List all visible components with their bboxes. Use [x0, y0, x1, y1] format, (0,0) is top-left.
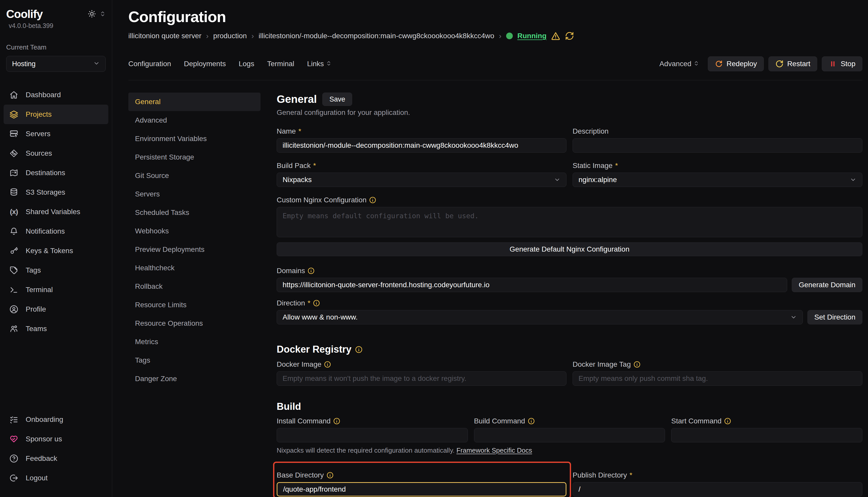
tab-configuration[interactable]: Configuration	[128, 60, 171, 68]
sidebar-item-sponsor-us[interactable]: Sponsor us	[4, 429, 108, 449]
tag-icon	[9, 266, 19, 275]
sidebar-item-dashboard[interactable]: Dashboard	[4, 85, 108, 105]
description-label: Description	[573, 127, 608, 136]
chevrons-up-down-icon	[693, 60, 699, 68]
subnav-general[interactable]: General	[128, 93, 261, 111]
chevrons-up-down-icon	[326, 60, 332, 68]
base-directory-label: Base Directory	[277, 471, 324, 479]
subnav-scheduled-tasks[interactable]: Scheduled Tasks	[128, 203, 261, 222]
theme-toggle-sun-icon[interactable]	[88, 10, 96, 18]
generate-nginx-config-button[interactable]: Generate Default Nginx Configuration	[277, 242, 862, 256]
subnav-git-source[interactable]: Git Source	[128, 167, 261, 185]
sidebar-item-shared-variables[interactable]: (x) Shared Variables	[4, 202, 108, 222]
pause-icon	[829, 60, 837, 68]
sidebar-item-tags[interactable]: Tags	[4, 260, 108, 280]
name-input[interactable]	[277, 138, 566, 153]
sidebar-item-teams[interactable]: Teams	[4, 319, 108, 339]
tab-terminal[interactable]: Terminal	[267, 60, 294, 68]
static-image-select[interactable]: nginx:alpine	[573, 173, 862, 187]
users-icon	[9, 324, 19, 333]
docker-image-tag-input[interactable]	[573, 371, 862, 386]
tab-links[interactable]: Links	[307, 60, 332, 68]
general-form: General Save General configuration for y…	[277, 93, 862, 497]
stop-button[interactable]: Stop	[822, 56, 862, 71]
page-title: Configuration	[128, 8, 862, 26]
map-icon	[9, 169, 19, 177]
sidebar-item-servers[interactable]: Servers	[4, 124, 108, 144]
build-command-label: Build Command	[474, 417, 525, 425]
main-area: Configuration illicitonion quote server …	[112, 0, 868, 497]
breadcrumb-separator: ›	[251, 31, 254, 40]
breadcrumb-project[interactable]: illicitonion quote server	[128, 32, 202, 40]
info-icon	[333, 417, 340, 425]
tab-deployments[interactable]: Deployments	[184, 60, 226, 68]
subnav-resource-limits[interactable]: Resource Limits	[128, 296, 261, 314]
info-icon	[324, 361, 331, 368]
sidebar-item-notifications[interactable]: Notifications	[4, 222, 108, 241]
set-direction-button[interactable]: Set Direction	[808, 310, 862, 324]
install-command-input[interactable]	[277, 428, 468, 442]
chevron-down-icon	[790, 314, 797, 321]
sidebar-item-projects[interactable]: Projects	[4, 105, 108, 124]
sidebar-collapse-chevrons-icon[interactable]	[100, 11, 106, 17]
sidebar-item-profile[interactable]: Profile	[4, 300, 108, 319]
subnav-persistent-storage[interactable]: Persistent Storage	[128, 148, 261, 167]
restart-button[interactable]: Restart	[768, 56, 817, 71]
sidebar-item-destinations[interactable]: Destinations	[4, 163, 108, 183]
warning-triangle-icon	[551, 31, 560, 41]
chevron-down-icon	[850, 176, 856, 183]
sidebar-item-sources[interactable]: Sources	[4, 144, 108, 163]
configuration-content: General Advanced Environment Variables P…	[112, 80, 868, 497]
domains-input[interactable]	[277, 278, 787, 292]
build-pack-select[interactable]: Nixpacks	[277, 173, 566, 187]
advanced-dropdown[interactable]: Advanced	[659, 60, 699, 68]
publish-directory-input[interactable]	[573, 482, 862, 496]
name-label: Name	[277, 127, 296, 136]
description-input[interactable]	[573, 138, 862, 153]
sidebar-spacer	[4, 339, 108, 396]
direction-select[interactable]: Allow www & non-www.	[277, 310, 803, 324]
framework-docs-link[interactable]: Framework Specific Docs	[456, 446, 532, 454]
key-icon	[9, 246, 19, 255]
sidebar-footer-nav: Onboarding Sponsor us Feedback Logout	[4, 410, 108, 488]
subnav-webhooks[interactable]: Webhooks	[128, 222, 261, 240]
subnav-environment-variables[interactable]: Environment Variables	[128, 129, 261, 148]
sidebar-item-onboarding[interactable]: Onboarding	[4, 410, 108, 429]
subnav-danger-zone[interactable]: Danger Zone	[128, 370, 261, 388]
subnav-preview-deployments[interactable]: Preview Deployments	[128, 240, 261, 259]
refresh-status-icon[interactable]	[565, 31, 574, 41]
base-directory-input[interactable]	[277, 482, 566, 496]
bell-icon	[9, 227, 19, 236]
install-command-label: Install Command	[277, 417, 331, 425]
sidebar-item-s3-storages[interactable]: S3 Storages	[4, 183, 108, 202]
subnav-servers[interactable]: Servers	[128, 185, 261, 203]
sidebar-item-logout[interactable]: Logout	[4, 468, 108, 488]
docker-image-input[interactable]	[277, 371, 566, 386]
build-command-input[interactable]	[474, 428, 665, 442]
publish-directory-label: Publish Directory	[573, 471, 627, 479]
save-button[interactable]: Save	[322, 93, 352, 106]
nixpacks-note: Nixpacks will detect the required config…	[277, 446, 862, 454]
breadcrumb-environment[interactable]: production	[213, 32, 247, 40]
sidebar-item-keys-tokens[interactable]: Keys & Tokens	[4, 241, 108, 260]
tab-logs[interactable]: Logs	[239, 60, 254, 68]
breadcrumb-application[interactable]: illicitestonion/-module--decomposition:m…	[259, 32, 494, 40]
status-link[interactable]: Running	[518, 32, 547, 40]
nginx-config-textarea[interactable]	[277, 207, 862, 237]
subnav-healthcheck[interactable]: Healthcheck	[128, 259, 261, 277]
redeploy-button[interactable]: Redeploy	[708, 56, 764, 71]
subnav-advanced[interactable]: Advanced	[128, 111, 261, 129]
start-command-input[interactable]	[671, 428, 862, 442]
subnav-resource-operations[interactable]: Resource Operations	[128, 314, 261, 332]
generate-domain-button[interactable]: Generate Domain	[792, 278, 862, 292]
sidebar-item-terminal[interactable]: Terminal	[4, 280, 108, 300]
subnav-rollback[interactable]: Rollback	[128, 277, 261, 296]
resource-tabs: Configuration Deployments Logs Terminal …	[128, 60, 332, 68]
subnav-metrics[interactable]: Metrics	[128, 332, 261, 351]
database-icon	[9, 188, 19, 197]
start-command-label: Start Command	[671, 417, 721, 425]
build-pack-label: Build Pack	[277, 161, 311, 170]
subnav-tags[interactable]: Tags	[128, 351, 261, 370]
team-selector[interactable]: Hosting	[6, 56, 106, 72]
sidebar-item-feedback[interactable]: Feedback	[4, 449, 108, 468]
